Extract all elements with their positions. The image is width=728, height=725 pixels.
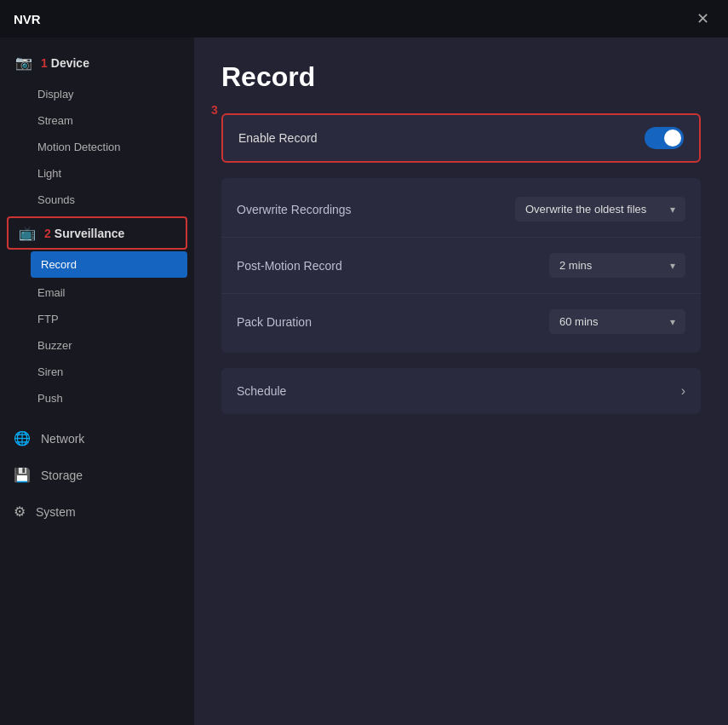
sidebar-section-surveillance: 📺 2 Surveillance Record Email FTP Buzzer… bbox=[0, 216, 194, 411]
overwrite-recordings-dropdown[interactable]: Overwrite the oldest files ▾ bbox=[515, 197, 685, 222]
post-motion-record-label: Post-Motion Record bbox=[237, 259, 342, 273]
network-icon: 🌐 bbox=[14, 430, 31, 446]
sidebar-section-label-device: Device bbox=[51, 56, 89, 70]
sidebar-sub-item-sounds[interactable]: Sounds bbox=[0, 187, 194, 213]
sidebar-number-badge-2: 2 bbox=[44, 227, 51, 240]
surveillance-icon: 📺 bbox=[19, 225, 36, 241]
chevron-down-icon-overwrite: ▾ bbox=[670, 204, 675, 216]
badge-3: 3 bbox=[211, 103, 218, 117]
sidebar-item-label-network: Network bbox=[41, 432, 84, 446]
sidebar-sub-item-siren[interactable]: Siren bbox=[0, 359, 194, 385]
sidebar-item-label-system: System bbox=[36, 505, 76, 519]
page-title: Record bbox=[221, 61, 701, 93]
enable-record-box: 3 Enable Record bbox=[221, 113, 701, 163]
post-motion-record-row: Post-Motion Record 2 mins ▾ bbox=[221, 238, 701, 294]
sidebar-sub-item-light[interactable]: Light bbox=[0, 160, 194, 187]
settings-section: Overwrite Recordings Overwrite the oldes… bbox=[221, 178, 701, 353]
sidebar-sub-item-motion-detection[interactable]: Motion Detection bbox=[0, 134, 194, 160]
sidebar-section-header-device[interactable]: 📷 1 Device bbox=[0, 44, 194, 81]
overwrite-recordings-row: Overwrite Recordings Overwrite the oldes… bbox=[221, 181, 701, 238]
title-bar: NVR ✕ bbox=[0, 0, 728, 37]
enable-record-toggle[interactable] bbox=[645, 127, 684, 149]
sidebar-section-label-surveillance: Surveillance bbox=[54, 227, 125, 240]
close-button[interactable]: ✕ bbox=[691, 8, 714, 30]
sidebar-number-badge-1: 1 bbox=[41, 56, 48, 70]
storage-icon: 💾 bbox=[14, 467, 31, 483]
pack-duration-dropdown[interactable]: 60 mins ▾ bbox=[549, 309, 685, 334]
chevron-down-icon-post-motion: ▾ bbox=[670, 260, 675, 272]
sidebar-item-label-storage: Storage bbox=[41, 469, 83, 482]
sidebar-sub-item-buzzer[interactable]: Buzzer bbox=[0, 332, 194, 359]
sidebar-item-storage[interactable]: 💾 Storage bbox=[0, 457, 194, 493]
content-area: Record 3 Enable Record Overwrite Recordi… bbox=[194, 37, 728, 725]
chevron-down-icon-pack: ▾ bbox=[670, 316, 675, 328]
pack-duration-row: Pack Duration 60 mins ▾ bbox=[221, 294, 701, 349]
schedule-section: Schedule › bbox=[221, 368, 701, 414]
sidebar-item-network[interactable]: 🌐 Network bbox=[0, 420, 194, 457]
chevron-right-icon: › bbox=[681, 383, 685, 399]
app-window: NVR ✕ 📷 1 Device Display Stream Motion D… bbox=[0, 0, 728, 725]
schedule-label: Schedule bbox=[237, 384, 286, 398]
sidebar-sub-item-ftp[interactable]: FTP bbox=[0, 306, 194, 332]
pack-duration-label: Pack Duration bbox=[237, 315, 312, 329]
sidebar-item-system[interactable]: ⚙ System bbox=[0, 493, 194, 530]
schedule-row[interactable]: Schedule › bbox=[221, 368, 701, 414]
post-motion-record-dropdown[interactable]: 2 mins ▾ bbox=[549, 253, 685, 278]
enable-record-label: Enable Record bbox=[238, 131, 318, 145]
camera-icon: 📷 bbox=[15, 55, 32, 71]
sidebar-section-header-surveillance[interactable]: 📺 2 Surveillance bbox=[7, 216, 187, 250]
sidebar: 📷 1 Device Display Stream Motion Detecti… bbox=[0, 37, 194, 725]
overwrite-recordings-value: Overwrite the oldest files bbox=[525, 203, 646, 216]
sidebar-sub-item-email[interactable]: Email bbox=[0, 279, 194, 306]
sidebar-section-device: 📷 1 Device Display Stream Motion Detecti… bbox=[0, 44, 194, 213]
toggle-thumb bbox=[664, 129, 681, 147]
sidebar-bottom-items: 🌐 Network 💾 Storage ⚙ System bbox=[0, 420, 194, 530]
app-title: NVR bbox=[14, 12, 41, 26]
sidebar-sub-item-push[interactable]: Push bbox=[0, 385, 194, 411]
sidebar-sub-item-record[interactable]: Record bbox=[31, 251, 187, 278]
sidebar-sub-item-stream[interactable]: Stream bbox=[0, 107, 194, 134]
main-layout: 📷 1 Device Display Stream Motion Detecti… bbox=[0, 37, 728, 725]
overwrite-recordings-label: Overwrite Recordings bbox=[237, 203, 352, 216]
gear-icon: ⚙ bbox=[14, 503, 26, 520]
pack-duration-value: 60 mins bbox=[559, 315, 599, 328]
sidebar-sub-item-display[interactable]: Display bbox=[0, 81, 194, 107]
post-motion-record-value: 2 mins bbox=[559, 259, 592, 272]
